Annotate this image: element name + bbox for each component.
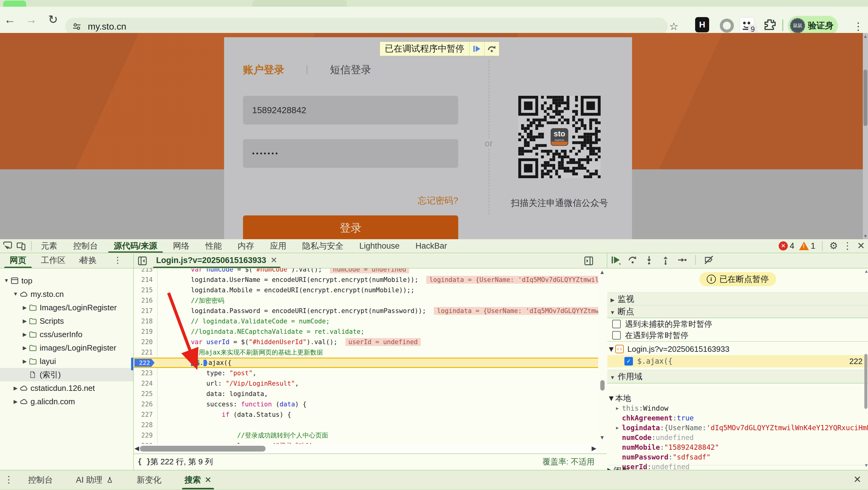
- drawer-menu-icon[interactable]: ⋮: [4, 470, 13, 489]
- console-warning-counter[interactable]: ! 1: [799, 241, 815, 251]
- step-button[interactable]: [677, 255, 687, 265]
- chevron-right-icon[interactable]: ▶: [21, 345, 29, 351]
- scroll-right-icon[interactable]: ▶: [592, 444, 596, 452]
- scroll-up-icon[interactable]: ▲: [864, 268, 868, 274]
- forward-button[interactable]: →: [23, 7, 40, 32]
- line-number[interactable]: 217: [134, 306, 153, 316]
- profile-button[interactable]: 鼠鼠 验证身份: [788, 16, 838, 35]
- devtools-tab-9[interactable]: Lighthouse: [351, 239, 408, 253]
- page-scroll-thumb[interactable]: [863, 69, 867, 126]
- drawer-close-icon[interactable]: ✕: [854, 470, 861, 489]
- line-number[interactable]: 225: [134, 389, 153, 399]
- line-number[interactable]: 224: [134, 378, 153, 389]
- active-tab-stub[interactable]: [3, 1, 26, 7]
- chevron-right-icon[interactable]: ▶: [21, 358, 29, 365]
- file-tab-login-js[interactable]: Login.js?v=20250615163933✕: [152, 253, 282, 268]
- pretty-print-icon[interactable]: { }: [137, 454, 151, 469]
- password-input[interactable]: •••••••: [243, 139, 458, 168]
- chevron-right-icon[interactable]: ▶: [607, 423, 622, 433]
- scope-closure-row[interactable]: ▶ 闭包: [607, 465, 868, 470]
- devtools-tab-2[interactable]: 控制台: [65, 239, 106, 253]
- line-number[interactable]: 219: [134, 326, 153, 337]
- chevron-right-icon[interactable]: ▶: [21, 332, 29, 338]
- step-over-button[interactable]: [627, 255, 638, 265]
- chevron-down-icon[interactable]: ▼: [2, 278, 10, 284]
- tree-item-layui[interactable]: ▶layui: [0, 354, 133, 368]
- settings-gear-icon[interactable]: ⚙: [829, 239, 838, 253]
- deactivate-breakpoints-icon[interactable]: [704, 255, 714, 265]
- tree-item-scripts[interactable]: ▶Scripts: [0, 314, 133, 328]
- sources-nav-tab-1[interactable]: 网页: [2, 253, 34, 268]
- chevron-right-icon[interactable]: ▶: [21, 318, 29, 324]
- phone-input[interactable]: 15892428842: [243, 96, 458, 124]
- line-number[interactable]: 223: [134, 368, 153, 378]
- line-number[interactable]: 218: [134, 316, 153, 326]
- line-number[interactable]: 226: [134, 399, 153, 409]
- chevron-down-icon[interactable]: ▼: [11, 291, 20, 297]
- sources-nav-tab-3[interactable]: 替换: [73, 253, 104, 268]
- scroll-up-icon[interactable]: ▲: [599, 269, 605, 276]
- tree-item-my-sto-cn[interactable]: ▼my.sto.cn: [0, 287, 133, 301]
- extension-h-icon[interactable]: H: [695, 17, 709, 32]
- site-settings-icon[interactable]: [72, 22, 82, 31]
- inspect-element-icon[interactable]: [2, 241, 13, 251]
- checkbox-checked[interactable]: ✓: [624, 357, 633, 366]
- scope-entry-logindata[interactable]: ▶logindata: {UserName: 'dIq5MOv7dGLQYYZt…: [607, 423, 868, 433]
- scope-entry-numMobile[interactable]: numMobile: "15892428842": [607, 442, 868, 452]
- tree-item--[interactable]: (索引): [0, 368, 133, 381]
- scope-entry-numPassword[interactable]: numPassword: "sdfsadf": [607, 452, 868, 462]
- devtools-menu-icon[interactable]: ⋮: [843, 239, 852, 253]
- line-number[interactable]: 228: [134, 420, 153, 430]
- line-number[interactable]: 229: [134, 430, 153, 440]
- page-scrollbar[interactable]: ▲ ▼: [863, 33, 868, 239]
- scroll-left-icon[interactable]: ◀: [134, 444, 139, 452]
- inline-breakpoint-marker[interactable]: [204, 360, 207, 366]
- drawer-tab-1[interactable]: 控制台: [18, 470, 63, 489]
- toggle-debugger-sidebar-icon[interactable]: [584, 256, 594, 266]
- editor-vertical-scrollbar[interactable]: ▲ ▼: [598, 268, 607, 444]
- login-button[interactable]: 登录: [243, 215, 458, 239]
- chevron-right-icon[interactable]: ▶: [21, 305, 29, 311]
- editor-vscroll-thumb[interactable]: [600, 380, 604, 391]
- breakpoint-entry[interactable]: ✓ $.ajax({ 222: [607, 355, 868, 367]
- scroll-down-icon[interactable]: ▼: [599, 434, 605, 441]
- devtools-tab-7[interactable]: 应用: [262, 239, 294, 253]
- navigator-scroll-marker[interactable]: [131, 357, 133, 370]
- devtools-tab-6[interactable]: 内存: [230, 239, 262, 253]
- devtools-tab-4[interactable]: 网络: [165, 239, 197, 253]
- devtools-tab-3[interactable]: 源代码/来源: [106, 239, 165, 253]
- breakpoint-file-group[interactable]: ▼ ‹› Login.js?v=20250615163933: [607, 343, 868, 355]
- step-over-button[interactable]: [484, 42, 499, 56]
- watch-section-header[interactable]: ▶监视: [607, 292, 868, 306]
- device-toolbar-icon[interactable]: [16, 241, 26, 251]
- line-number[interactable]: 227: [134, 409, 153, 420]
- sidebar-scrollbar[interactable]: ▲ ▼: [864, 268, 868, 470]
- hide-navigator-icon[interactable]: [137, 256, 148, 266]
- tree-item-g-alicdn-com[interactable]: ▶g.alicdn.com: [0, 395, 133, 408]
- scope-entry-numCode[interactable]: numCode: undefined: [607, 433, 868, 442]
- resume-button[interactable]: [611, 255, 621, 265]
- sidebar-scroll-thumb[interactable]: [864, 354, 867, 409]
- line-number[interactable]: 230: [134, 440, 153, 444]
- tree-item-images-loginregister[interactable]: ▶Images/LoginRegister: [0, 301, 133, 314]
- reload-button[interactable]: ↻: [44, 7, 62, 32]
- chevron-right-icon[interactable]: ▶: [607, 403, 622, 413]
- devtools-tab-10[interactable]: HackBar: [408, 239, 455, 253]
- checkbox-unchecked[interactable]: [612, 331, 621, 340]
- file-tab-close-icon[interactable]: ✕: [271, 256, 277, 265]
- breakpoints-section-header[interactable]: ▼断点: [607, 305, 868, 318]
- pause-uncaught-row[interactable]: 遇到未捕获的异常时暂停: [607, 319, 868, 329]
- editor-hscroll-thumb[interactable]: [140, 446, 266, 452]
- extension-ring-icon[interactable]: [718, 17, 732, 32]
- sources-nav-tab-2[interactable]: 工作区: [34, 253, 73, 268]
- devtools-close-icon[interactable]: ✕: [857, 239, 865, 253]
- pause-caught-row[interactable]: 在遇到异常时暂停: [607, 329, 868, 342]
- execution-line-marker[interactable]: 222: [134, 359, 155, 367]
- chevron-right-icon[interactable]: ▶: [11, 385, 20, 392]
- forgot-password-link[interactable]: 忘记密码?: [243, 195, 458, 207]
- navigator-menu-icon[interactable]: ⋮: [114, 253, 122, 267]
- line-number[interactable]: 214: [134, 275, 153, 285]
- scroll-down-icon[interactable]: ▼: [864, 463, 868, 468]
- line-number[interactable]: 213: [134, 268, 153, 275]
- coverage-status[interactable]: 覆盖率: 不适用: [543, 454, 594, 469]
